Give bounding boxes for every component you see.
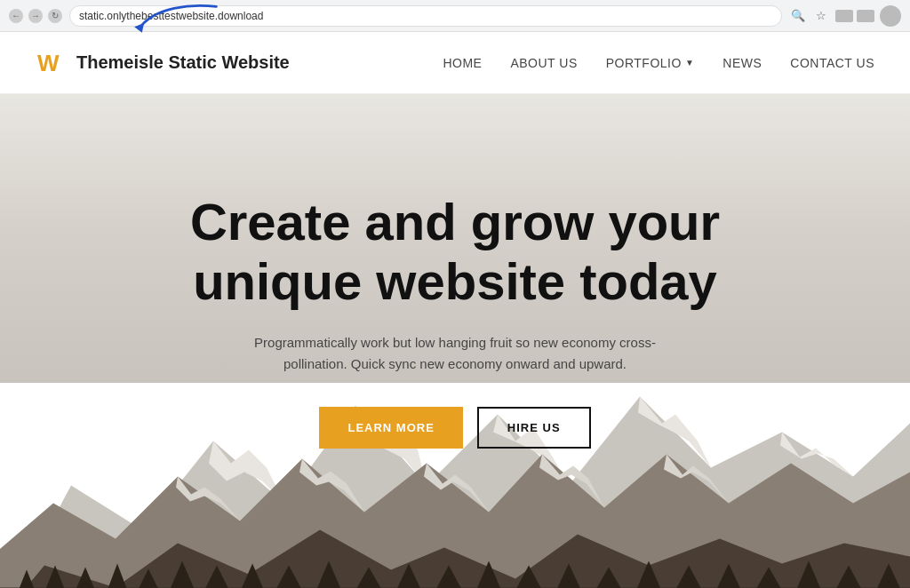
hero-content: Create and grow your unique website toda…: [144, 193, 766, 449]
browser-controls: ← → ↻: [9, 9, 62, 23]
star-icon[interactable]: ☆: [812, 7, 830, 25]
hero-title: Create and grow your unique website toda…: [162, 193, 748, 311]
navbar: W Themeisle Static Website HOME ABOUT US…: [0, 32, 910, 94]
nav-item-portfolio[interactable]: PORTFOLIO ▼: [606, 56, 695, 70]
profile-avatar[interactable]: [880, 5, 901, 27]
chevron-down-icon: ▼: [685, 58, 694, 68]
hero-subtitle: Programmatically work but low hanging fr…: [224, 332, 686, 375]
nav-item-news[interactable]: NEWS: [722, 55, 762, 71]
forward-button[interactable]: →: [28, 9, 43, 23]
hire-us-button[interactable]: HIRE US: [477, 407, 591, 449]
nav-item-about[interactable]: ABOUT US: [510, 55, 577, 71]
nav-portfolio-link[interactable]: PORTFOLIO ▼: [606, 56, 695, 70]
hero-buttons: LEARN MORE HIRE US: [162, 407, 748, 449]
extension-2: [857, 10, 874, 22]
svg-text:W: W: [37, 50, 60, 76]
hero-section: Create and grow your unique website toda…: [0, 94, 910, 588]
nav-item-home[interactable]: HOME: [443, 55, 482, 71]
nav-news-link[interactable]: NEWS: [722, 56, 762, 70]
learn-more-button[interactable]: LEARN MORE: [319, 407, 462, 449]
nav-about-link[interactable]: ABOUT US: [510, 56, 577, 70]
url-text: static.onlythebesttestwebsite.download: [79, 10, 263, 22]
extensions: [835, 10, 874, 22]
reload-button[interactable]: ↻: [48, 9, 62, 23]
logo[interactable]: W Themeisle Static Website: [36, 47, 290, 79]
nav-item-contact[interactable]: CONTACT US: [790, 55, 874, 71]
browser-actions: 🔍 ☆: [789, 5, 901, 27]
address-bar[interactable]: static.onlythebesttestwebsite.download: [69, 5, 782, 27]
extension-1: [835, 10, 853, 22]
logo-icon: W: [36, 47, 68, 79]
back-button[interactable]: ←: [9, 9, 23, 23]
nav-contact-link[interactable]: CONTACT US: [790, 56, 874, 70]
logo-text: Themeisle Static Website: [76, 52, 290, 73]
browser-chrome: ← → ↻ static.onlythebesttestwebsite.down…: [0, 0, 910, 32]
search-icon[interactable]: 🔍: [789, 7, 807, 25]
nav-links: HOME ABOUT US PORTFOLIO ▼ NEWS CONTACT U…: [443, 55, 874, 71]
nav-home-link[interactable]: HOME: [443, 56, 482, 70]
